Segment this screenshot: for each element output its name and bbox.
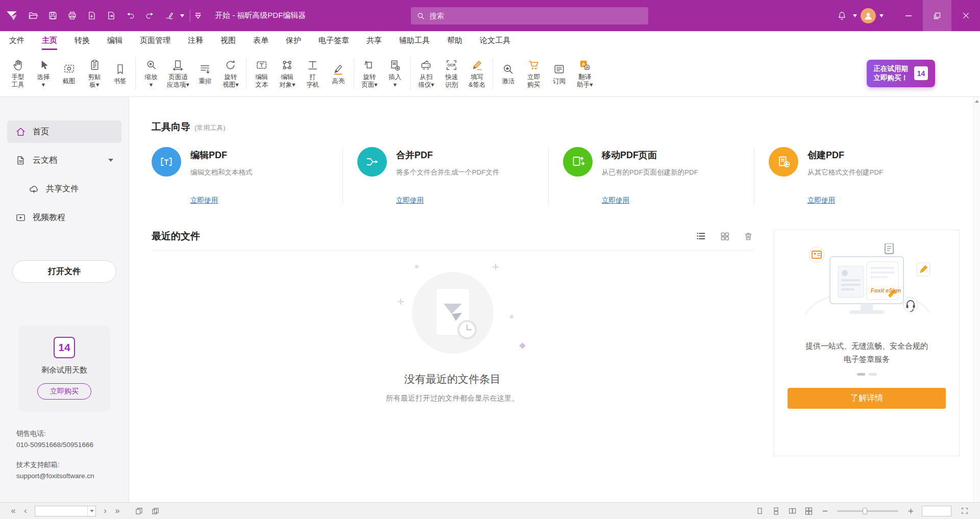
menu-edit[interactable]: 编辑 xyxy=(107,31,122,50)
notifications-caret-icon[interactable] xyxy=(851,5,859,27)
sidebar-item-video-tutorials[interactable]: 视频教程 xyxy=(7,206,121,229)
menu-esign[interactable]: 电子签章 xyxy=(318,31,349,50)
single-page-view-icon[interactable] xyxy=(753,505,766,517)
ribbon-rotate-view-button[interactable]: 旋转 视图▾ xyxy=(218,55,243,91)
ribbon-hand-tool-button[interactable]: 手型 工具 xyxy=(5,55,31,91)
redo-icon[interactable] xyxy=(140,5,159,27)
ribbon-bookmark-button[interactable]: 书签 xyxy=(107,59,133,88)
cloud-docs-caret-icon[interactable] xyxy=(108,159,113,162)
page-number-input[interactable] xyxy=(35,507,87,514)
ribbon-highlight-button[interactable]: 高亮 xyxy=(326,59,351,88)
carousel-dot[interactable] xyxy=(869,373,877,376)
menu-paper-tools[interactable]: 论文工具 xyxy=(480,31,510,50)
learn-more-button[interactable]: 了解详情 xyxy=(788,388,946,409)
export-doc-icon[interactable] xyxy=(82,5,101,27)
create-from-file-icon[interactable] xyxy=(101,5,120,27)
ribbon-activate-button[interactable]: 激活 xyxy=(496,59,521,88)
ribbon-scanner-button[interactable]: 从扫 描仪▾ xyxy=(413,55,439,91)
zoom-in-button[interactable] xyxy=(904,505,917,517)
sparkle-decoration xyxy=(415,265,419,268)
close-button[interactable] xyxy=(951,0,980,31)
list-view-button[interactable] xyxy=(696,231,706,241)
ribbon-clipboard-button[interactable]: 剪贴 板▾ xyxy=(82,55,107,91)
ribbon-snapshot-button[interactable]: 截图 xyxy=(56,59,82,88)
open-file-button[interactable]: 打开文件 xyxy=(12,260,116,283)
menu-help[interactable]: 帮助 xyxy=(447,31,462,50)
zoom-percent-input[interactable] xyxy=(922,506,951,516)
menu-page-organize[interactable]: 页面管理 xyxy=(140,31,170,50)
esign-dropdown-caret-icon[interactable] xyxy=(179,5,186,27)
zoom-out-button[interactable] xyxy=(818,505,831,517)
menu-share[interactable]: 共享 xyxy=(366,31,382,50)
next-page-button[interactable]: › xyxy=(99,505,111,517)
clear-recent-trash-button[interactable] xyxy=(743,231,753,241)
sidebar-item-cloud-docs[interactable]: 云文档 xyxy=(7,149,121,171)
search-input[interactable] xyxy=(429,12,642,20)
copy-view-icon[interactable] xyxy=(149,505,162,517)
use-now-link[interactable]: 立即使用 xyxy=(807,196,835,205)
ribbon-reflow-button[interactable]: 重排 xyxy=(192,59,218,88)
search-bar[interactable] xyxy=(411,7,648,24)
duplicate-view-icon[interactable] xyxy=(132,505,145,517)
content-scrollbar[interactable] xyxy=(973,97,980,502)
fullscreen-button[interactable] xyxy=(958,505,971,517)
buy-now-button[interactable]: 立即购买 xyxy=(37,383,91,400)
titlebar-right-controls xyxy=(832,0,980,31)
ribbon-subscribe-button[interactable]: 订阅 xyxy=(547,59,572,88)
zoom-percent-box[interactable] xyxy=(922,506,951,516)
first-page-button[interactable]: « xyxy=(7,505,19,517)
page-dropdown-caret-icon[interactable] xyxy=(87,506,95,516)
menu-file[interactable]: 文件 xyxy=(9,31,24,50)
zoom-slider-thumb[interactable] xyxy=(863,508,867,514)
avatar[interactable] xyxy=(859,5,878,27)
tools-section-title: 工具向导 xyxy=(152,120,190,134)
prev-page-button[interactable]: ‹ xyxy=(19,505,32,517)
print-icon[interactable] xyxy=(62,5,82,27)
ribbon-select-button[interactable]: 选择 ▾ xyxy=(31,55,56,91)
undo-icon[interactable] xyxy=(120,5,140,27)
account-caret-icon[interactable] xyxy=(878,5,885,27)
restore-window-button[interactable] xyxy=(923,0,951,31)
continuous-view-icon[interactable] xyxy=(769,505,782,517)
zoom-slider[interactable] xyxy=(837,510,898,512)
ribbon-translate-button[interactable]: A 翻译 助手▾ xyxy=(572,55,598,91)
menu-accessibility[interactable]: 辅助工具 xyxy=(399,31,430,50)
ribbon-fit-options-button[interactable]: 页面适 应选项▾ xyxy=(164,55,192,91)
menu-home[interactable]: 主页 xyxy=(42,31,57,50)
menu-convert[interactable]: 转换 xyxy=(75,31,90,50)
menu-form[interactable]: 表单 xyxy=(253,31,268,50)
carousel-dot-active[interactable] xyxy=(857,373,865,376)
facing-continuous-view-icon[interactable] xyxy=(802,505,815,517)
trial-purchase-badge[interactable]: 正在试用期 立即购买！ 14 xyxy=(867,60,936,87)
ribbon-fill-sign-button[interactable]: 填写 &签名 xyxy=(464,55,490,91)
page-number-box[interactable] xyxy=(35,506,96,516)
menu-protect[interactable]: 保护 xyxy=(286,31,301,50)
use-now-link[interactable]: 立即使用 xyxy=(190,196,218,205)
menu-comment[interactable]: 注释 xyxy=(188,31,203,50)
support-email-link[interactable]: support@foxitsoftware.cn xyxy=(16,471,129,482)
facing-pages-view-icon[interactable] xyxy=(786,505,799,517)
open-file-icon[interactable] xyxy=(23,5,43,27)
menu-view[interactable]: 视图 xyxy=(220,31,236,50)
minimize-button[interactable] xyxy=(894,0,923,31)
ribbon-ocr-button[interactable]: OCR 快速 识别 xyxy=(439,55,464,91)
last-page-button[interactable]: » xyxy=(111,505,124,517)
ribbon-edit-text-button[interactable]: 编辑 文本 xyxy=(249,55,275,91)
notifications-bell-icon[interactable] xyxy=(832,5,851,27)
ribbon-insert-pages-button[interactable]: 插入 ▾ xyxy=(382,55,408,91)
sidebar-item-shared-files[interactable]: 共享文件 xyxy=(7,178,121,200)
use-now-link[interactable]: 立即使用 xyxy=(602,196,629,205)
ribbon-buy-now-button[interactable]: 立即 购买 xyxy=(521,55,547,91)
sidebar-item-label: 云文档 xyxy=(33,155,57,166)
ribbon-rotate-pages-button[interactable]: 旋转 页面▾ xyxy=(357,55,382,91)
ribbon-zoom-button[interactable]: 缩放 ▾ xyxy=(138,55,164,91)
sidebar-item-home[interactable]: 首页 xyxy=(7,120,121,143)
customize-toolbar-icon[interactable] xyxy=(194,5,202,27)
scroll-up-arrow-icon[interactable] xyxy=(974,97,980,105)
grid-view-button[interactable] xyxy=(720,231,730,241)
ribbon-edit-object-button[interactable]: 编辑 对象▾ xyxy=(275,55,300,91)
esign-quick-icon[interactable] xyxy=(159,5,179,27)
ribbon-typewriter-button[interactable]: 打 字机 xyxy=(300,55,326,91)
save-icon[interactable] xyxy=(43,5,62,27)
use-now-link[interactable]: 立即使用 xyxy=(396,196,424,205)
